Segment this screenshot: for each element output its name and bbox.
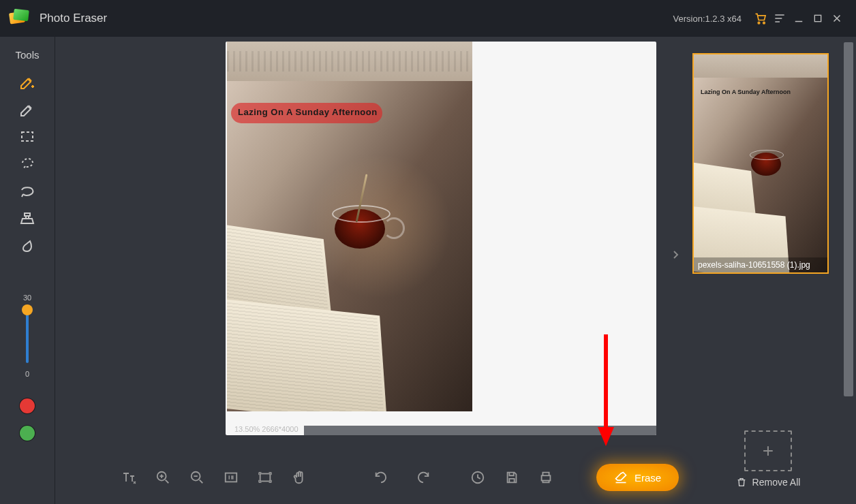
- remove-all-button[interactable]: Remove All: [680, 477, 856, 488]
- minimize-icon[interactable]: [789, 9, 808, 28]
- app-logo-icon: [10, 10, 29, 27]
- canvas-image[interactable]: Lazing On A Sunday Afternoon: [227, 42, 472, 411]
- red-swatch[interactable]: [20, 398, 35, 413]
- add-image-button[interactable]: +: [744, 430, 792, 471]
- svg-rect-2: [814, 15, 821, 21]
- panel-collapse-handle[interactable]: [671, 245, 680, 264]
- zoom-info: 13.50% 2666*4000: [234, 425, 299, 433]
- zoom-out-icon[interactable]: [187, 468, 207, 487]
- pan-hand-icon[interactable]: [290, 468, 309, 487]
- marquee-tool-icon[interactable]: [14, 123, 41, 151]
- svg-rect-6: [226, 473, 237, 482]
- polygon-lasso-tool-icon[interactable]: [14, 178, 41, 205]
- slider-thumb[interactable]: [22, 304, 33, 315]
- close-icon[interactable]: [827, 9, 846, 28]
- thumbnail-vertical-scrollbar[interactable]: [844, 42, 853, 396]
- app-title: Photo Eraser: [40, 12, 107, 25]
- trash-icon: [736, 477, 747, 488]
- cart-icon[interactable]: [751, 9, 770, 28]
- eraser-icon: [614, 471, 628, 484]
- actual-size-icon[interactable]: [221, 468, 241, 487]
- thumbnail-watermark-text: Lazing On A Sunday Afternoon: [701, 89, 791, 95]
- watermark-text: Lazing On A Sunday Afternoon: [238, 107, 378, 117]
- thumbnails-panel: Lazing On A Sunday Afternoon pexels-sali…: [680, 37, 856, 504]
- svg-rect-3: [22, 132, 33, 141]
- slider-track[interactable]: [26, 309, 29, 363]
- print-icon[interactable]: [536, 468, 555, 487]
- svg-point-0: [758, 22, 760, 23]
- undo-icon[interactable]: [371, 468, 391, 487]
- svg-rect-7: [260, 474, 271, 482]
- thumbnail-item[interactable]: Lazing On A Sunday Afternoon pexels-sali…: [692, 53, 829, 274]
- remove-all-label: Remove All: [752, 477, 801, 488]
- green-swatch[interactable]: [20, 426, 35, 441]
- save-icon[interactable]: [502, 468, 521, 487]
- plus-icon: +: [763, 440, 774, 462]
- clone-stamp-tool-icon[interactable]: [14, 205, 41, 232]
- lasso-tool-icon[interactable]: [14, 151, 41, 178]
- erase-button-label: Erase: [635, 472, 661, 484]
- smudge-tool-icon[interactable]: [14, 232, 41, 259]
- menu-icon[interactable]: [770, 9, 789, 28]
- text-tool-icon[interactable]: [119, 468, 138, 487]
- tools-heading: Tools: [15, 49, 39, 61]
- editor-area: 13.50% 2666*4000 Lazing On A Sunday Afte…: [55, 37, 680, 504]
- zoom-in-icon[interactable]: [153, 468, 172, 487]
- title-bar: Photo Eraser Version:1.2.3 x64: [0, 0, 856, 37]
- redo-icon[interactable]: [414, 468, 433, 487]
- pencil-tool-icon[interactable]: [14, 96, 41, 123]
- slider-min-label: 0: [25, 370, 29, 378]
- bottom-toolbar: Erase: [55, 451, 680, 504]
- erase-button[interactable]: Erase: [596, 464, 679, 491]
- maximize-icon[interactable]: [808, 9, 827, 28]
- annotation-arrow-icon: [598, 334, 614, 450]
- history-icon[interactable]: [468, 468, 487, 487]
- pencil-add-tool-icon[interactable]: [14, 69, 41, 96]
- fit-screen-icon[interactable]: [256, 468, 275, 487]
- svg-point-1: [763, 22, 765, 23]
- brush-size-slider: 30 0: [23, 294, 31, 378]
- slider-max-label: 30: [23, 294, 31, 302]
- svg-rect-9: [542, 475, 551, 480]
- version-label: Version:1.2.3 x64: [673, 14, 742, 24]
- thumbnail-filename: pexels-saliha-10651558 (1).jpg: [694, 257, 827, 272]
- tools-sidebar: Tools 30: [0, 37, 55, 504]
